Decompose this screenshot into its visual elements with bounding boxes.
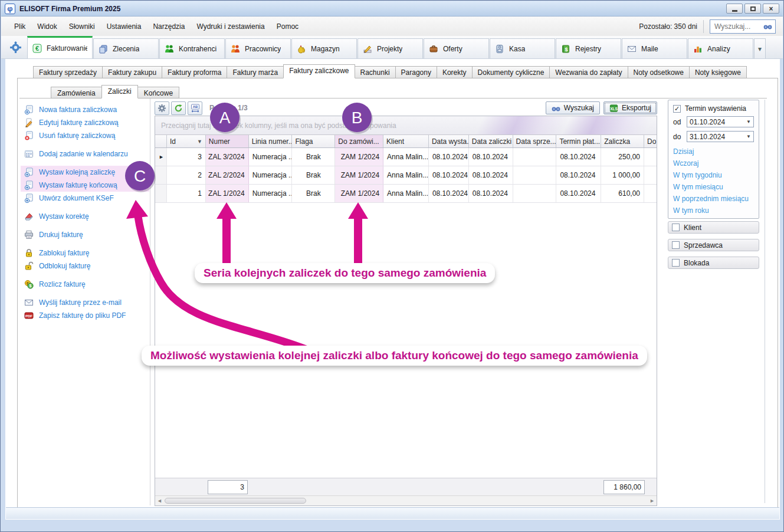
- minimize-button[interactable]: [726, 4, 743, 14]
- header-data-wystawienia[interactable]: Data wysta...: [429, 135, 469, 147]
- link-w-tym-tygodniu[interactable]: W tym tygodniu: [673, 169, 754, 181]
- module-tab-oferty[interactable]: Oferty: [424, 38, 489, 58]
- ledger-icon: $: [561, 44, 570, 54]
- horizontal-scrollbar[interactable]: ◄ ►: [155, 495, 657, 505]
- menu-widok[interactable]: Widok: [31, 20, 63, 33]
- search-input[interactable]: [713, 22, 763, 31]
- header-do-zamowienia[interactable]: Do zamówi...: [335, 135, 383, 147]
- action-wystaw-kolejna-zaliczke[interactable]: Wystaw kolejną zaliczkę: [21, 166, 149, 179]
- checkbox-sprzedawca[interactable]: [672, 241, 680, 249]
- module-tab-projekty[interactable]: Projekty: [357, 38, 423, 58]
- tab-faktury-marza[interactable]: Faktury marża: [227, 66, 284, 78]
- action-odblokuj-fakture[interactable]: Odblokuj fakturę: [21, 260, 149, 272]
- tab-faktury-zaliczkowe[interactable]: Faktury zaliczkowe: [283, 64, 355, 78]
- menu-plik[interactable]: Plik: [8, 20, 31, 33]
- table-row[interactable]: 2 ZAL 2/2024 Numeracja ... Brak ZAM 1/20…: [155, 166, 657, 185]
- table-row[interactable]: 1 ZAL 1/2024 Numeracja ... Brak ZAM 1/20…: [155, 185, 657, 203]
- cell-data-wystawienia: 08.10.2024: [429, 185, 469, 202]
- module-tab-kontrahenci[interactable]: Kontrahenci: [159, 38, 225, 58]
- tab-wezwania-do-zaplaty[interactable]: Wezwania do zapłaty: [549, 66, 628, 78]
- menu-narzedzia[interactable]: Narzędzia: [147, 20, 191, 33]
- date-from-combo[interactable]: 01.10.2024 ▼: [687, 116, 754, 127]
- action-usun-fakture[interactable]: Usuń fakturę zaliczkową: [21, 129, 149, 142]
- tab-faktury-sprzedazy[interactable]: Faktury sprzedaży: [33, 66, 103, 78]
- header-zaliczka[interactable]: Zaliczka: [601, 135, 644, 147]
- menu-pomoc[interactable]: Pomoc: [271, 20, 304, 33]
- header-termin-platnosci[interactable]: Termin płat...: [556, 135, 601, 147]
- checkbox-termin-wystawienia[interactable]: ✓: [673, 105, 681, 113]
- cell-klient: Anna Malin...: [383, 185, 429, 202]
- tab-faktury-proforma[interactable]: Faktury proforma: [162, 66, 227, 78]
- header-numer[interactable]: Numer: [206, 135, 249, 147]
- action-utworz-ksef[interactable]: Utwórz dokument KSeF: [21, 192, 149, 205]
- tabs-overflow-button[interactable]: ▾: [754, 38, 766, 58]
- link-dzisiaj[interactable]: Dzisiaj: [673, 146, 754, 157]
- close-button[interactable]: ×: [763, 4, 779, 14]
- table-row[interactable]: ► 3 ZAL 3/2024 Numeracja ... Brak ZAM 1/…: [155, 148, 657, 166]
- header-data-sprzedazy[interactable]: Data sprze...: [513, 135, 557, 147]
- checkbox-blokada[interactable]: [672, 259, 680, 267]
- action-wyslij-email[interactable]: Wyślij fakturę przez e-mail: [21, 296, 149, 309]
- settings-gear-icon[interactable]: [9, 41, 22, 54]
- tab-paragony[interactable]: Paragony: [395, 66, 437, 78]
- header-linia-numeracji[interactable]: Linia numer...: [249, 135, 293, 147]
- action-zapisz-pdf[interactable]: PDF Zapisz fakturę do pliku PDF: [21, 309, 149, 322]
- scroll-right-icon[interactable]: ►: [648, 498, 657, 504]
- grid-refresh-button[interactable]: [171, 101, 186, 115]
- link-wczoraj[interactable]: Wczoraj: [673, 157, 754, 169]
- link-w-poprzednim-miesiacu[interactable]: W poprzednim miesiącu: [673, 193, 754, 205]
- menu-wydruki[interactable]: Wydruki i zestawienia: [191, 20, 270, 33]
- header-do[interactable]: Do: [644, 135, 657, 147]
- tab-noty-odsetkowe[interactable]: Noty odsetkowe: [628, 66, 690, 78]
- action-wystaw-korekte[interactable]: Wystaw korektę: [21, 210, 149, 223]
- action-drukuj-fakture[interactable]: Drukuj fakturę: [21, 228, 149, 241]
- module-tab-zlecenia[interactable]: Zlecenia: [93, 38, 159, 58]
- checkbox-klient[interactable]: [672, 224, 680, 231]
- date-to-combo[interactable]: 31.10.2024 ▼: [687, 131, 754, 142]
- minimize-icon: [732, 10, 737, 12]
- maximize-button[interactable]: [744, 4, 761, 14]
- search-button[interactable]: Wyszukaj: [546, 101, 600, 114]
- scrollbar-thumb[interactable]: [165, 498, 306, 504]
- group-by-panel[interactable]: Przeciągnij tutaj nagłówek kolumny, jeśl…: [155, 116, 657, 135]
- module-tab-kasa[interactable]: Kasa: [490, 38, 555, 58]
- global-search-box[interactable]: [710, 19, 776, 34]
- export-button[interactable]: XLS Eksportuj: [603, 101, 657, 114]
- module-tab-pracownicy[interactable]: Pracownicy: [225, 38, 291, 58]
- tab-noty-ksiegowe[interactable]: Noty księgowe: [689, 66, 747, 78]
- action-rozlicz-fakture[interactable]: €$ Rozlicz fakturę: [21, 278, 149, 291]
- action-wystaw-fakture-koncowa[interactable]: Wystaw fakturę końcową: [21, 179, 149, 192]
- tab-koncowe[interactable]: Końcowe: [137, 87, 179, 98]
- action-edytuj-fakture[interactable]: Edytuj fakturę zaliczkową: [21, 116, 149, 129]
- header-data-zaliczki[interactable]: Data zaliczki: [469, 135, 513, 147]
- action-label: Wyślij fakturę przez e-mail: [39, 298, 122, 307]
- action-dodaj-zadanie[interactable]: Dodaj zadanie w kalendarzu: [21, 147, 149, 160]
- filter-group-blokada[interactable]: Blokada: [668, 257, 759, 269]
- menu-ustawienia[interactable]: Ustawienia: [101, 20, 147, 33]
- filter-group-sprzedawca[interactable]: Sprzedawca: [668, 239, 759, 251]
- binoculars-icon: [552, 104, 560, 112]
- grid-settings-button[interactable]: [155, 101, 169, 115]
- tab-dokumenty-cykliczne[interactable]: Dokumenty cykliczne: [472, 66, 550, 78]
- tab-faktury-zakupu[interactable]: Faktury zakupu: [102, 66, 162, 78]
- filter-group-klient[interactable]: Klient: [668, 221, 759, 234]
- header-flaga[interactable]: Flaga: [292, 135, 335, 147]
- tab-zamowienia[interactable]: Zamówienia: [51, 87, 102, 98]
- module-tab-analizy[interactable]: Analizy: [688, 38, 753, 58]
- action-nowa-faktura[interactable]: Nowa faktura zaliczkowa: [21, 103, 149, 116]
- grid-column-width-button[interactable]: AB: [188, 101, 202, 115]
- menu-slowniki[interactable]: Słowniki: [63, 20, 101, 33]
- tab-rachunki[interactable]: Rachunki: [355, 66, 396, 78]
- module-tab-maile[interactable]: Maile: [622, 38, 687, 58]
- module-tab-fakturowanie[interactable]: € Fakturowanie: [27, 36, 93, 58]
- tab-zaliczki[interactable]: Zaliczki: [101, 85, 138, 98]
- link-w-tym-roku[interactable]: W tym roku: [673, 205, 754, 216]
- module-tab-magazyn[interactable]: Magazyn: [291, 38, 357, 58]
- header-id[interactable]: Id▼: [167, 135, 206, 147]
- module-tab-rejestry[interactable]: $ Rejestry: [556, 38, 621, 58]
- link-w-tym-miesiacu[interactable]: W tym miesiącu: [673, 181, 754, 193]
- tab-korekty[interactable]: Korekty: [437, 66, 473, 78]
- scroll-left-icon[interactable]: ◄: [155, 498, 164, 504]
- header-klient[interactable]: Klient: [383, 135, 429, 147]
- action-zablokuj-fakture[interactable]: Zablokuj fakturę: [21, 247, 149, 260]
